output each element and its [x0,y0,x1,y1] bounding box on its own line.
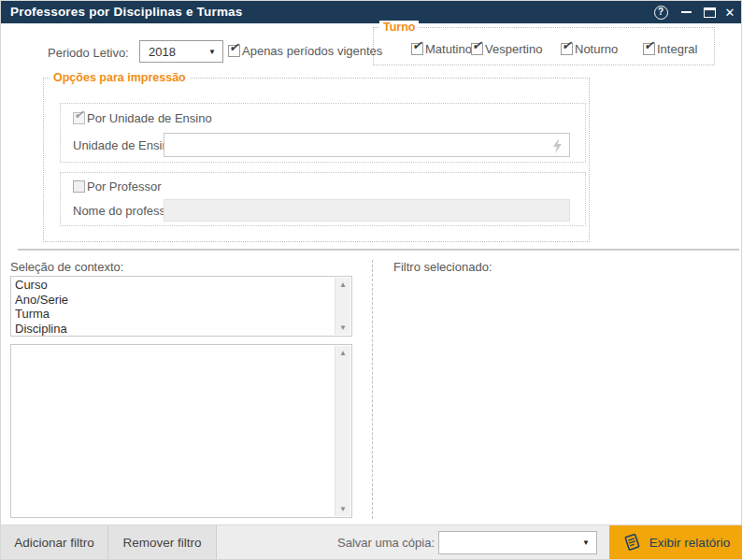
turno-checkbox-noturno[interactable]: ✔ Noturno [561,42,618,56]
list-item[interactable]: Turma [11,307,335,322]
por-unidade-checkbox[interactable]: ✔ Por Unidade de Ensino [73,111,212,125]
vertical-dashed-divider [372,260,373,519]
salvar-copia-label: Salvar uma cópia: [337,536,433,550]
checkbox-label: Matutino [425,42,472,56]
checkbox-icon: ✔ [411,43,423,55]
turno-checkbox-vespertino[interactable]: ✔ Vespertino [471,42,542,56]
list-item[interactable]: Disciplina [11,322,335,337]
checkbox-icon: ✔ [73,112,85,124]
checkbox-icon: ✔ [471,43,483,55]
list-item[interactable]: Ano/Serie [11,293,335,308]
checkbox-label: Noturno [575,42,618,56]
minimize-button[interactable] [678,1,694,23]
close-button[interactable]: ✕ [721,1,739,23]
scroll-down-icon[interactable]: ▼ [335,323,350,332]
help-button[interactable]: ? [651,1,670,23]
periodo-letivo-select[interactable]: 2018 ▼ [139,40,223,63]
turno-checkbox-integral[interactable]: ✔ Integral [643,42,697,56]
filtro-selecionado-label: Filtro selecionado: [393,260,492,274]
nome-professor-input [164,199,570,222]
title-bar: Professores por Disciplinas e Turmas ? ✕ [1,1,741,23]
scrollbar[interactable]: ▲ ▼ [335,278,350,335]
turno-checkbox-matutino[interactable]: ✔ Matutino [411,42,472,56]
scroll-up-icon[interactable]: ▲ [335,349,350,357]
dialog-window: Professores por Disciplinas e Turmas ? ✕… [0,0,742,560]
exibir-relatorio-button[interactable]: Exibir relatório [609,525,742,559]
lightning-icon[interactable] [552,138,563,153]
checkbox-label: Integral [657,42,697,56]
apenas-periodos-vigentes-checkbox[interactable]: ✔ Apenas períodos vigentes [228,44,382,58]
contexto-listbox[interactable]: Curso Ano/Serie Turma Disciplina ▲ ▼ [10,276,352,337]
opcoes-impressao-fieldset: Opções para impressão ✔ Por Unidade de E… [43,78,590,242]
scroll-up-icon[interactable]: ▲ [335,280,350,289]
close-icon: ✕ [725,6,735,20]
opcoes-impressao-legend: Opções para impressão [50,71,190,84]
por-professor-group: Por Professor Nome do professor: [60,172,586,226]
selecao-contexto-label: Seleção de contexto: [10,260,123,274]
checkbox-icon: ✔ [228,45,240,57]
help-icon: ? [654,6,668,20]
salvar-copia-select[interactable]: ▼ [438,531,597,554]
chevron-down-icon: ▼ [208,48,216,56]
exibir-relatorio-label: Exibir relatório [649,536,730,550]
window-title: Professores por Disciplinas e Turmas [10,1,243,23]
footer-bar: Adicionar filtro Remover filtro Salvar u… [1,524,741,559]
checkbox-label: Apenas períodos vigentes [242,44,382,58]
unidade-ensino-input[interactable] [164,133,570,157]
periodo-letivo-label: Periodo Letivo: [48,46,129,60]
checkbox-label: Por Unidade de Ensino [87,111,212,125]
chevron-down-icon: ▼ [582,538,590,547]
maximize-icon [704,7,716,18]
por-professor-checkbox[interactable]: Por Professor [73,179,161,194]
list-item[interactable]: Curso [11,278,335,293]
scroll-down-icon[interactable]: ▼ [335,505,350,513]
horizontal-divider [18,249,739,251]
maximize-button[interactable] [700,1,719,23]
scrollbar[interactable]: ▲ ▼ [335,346,350,516]
adicionar-filtro-button[interactable]: Adicionar filtro [1,525,108,559]
turno-legend: Turno [379,21,419,34]
report-icon [622,533,641,552]
turno-fieldset: Turno ✔ Matutino ✔ Vespertino ✔ Noturno … [373,27,715,65]
remover-filtro-button[interactable]: Remover filtro [108,525,217,559]
filtros-listbox[interactable]: ▲ ▼ [10,344,352,518]
checkbox-label: Por Professor [87,179,161,194]
checkbox-icon: ✔ [561,43,573,55]
checkbox-label: Vespertino [485,42,542,56]
checkbox-icon: ✔ [643,43,655,55]
minimize-icon [681,11,692,13]
periodo-letivo-value: 2018 [149,45,176,59]
por-unidade-group: ✔ Por Unidade de Ensino Unidade de Ensin… [60,103,586,163]
checkbox-icon [73,180,85,193]
